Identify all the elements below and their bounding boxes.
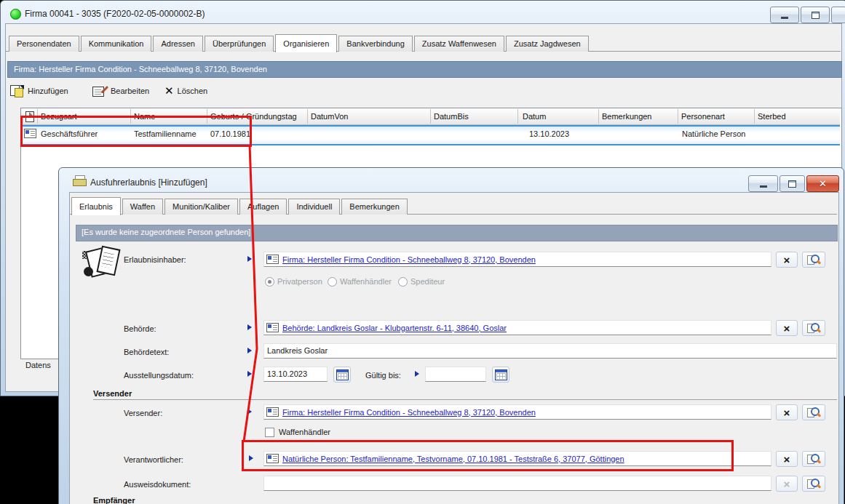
behoerde-clear-button[interactable]: × (776, 320, 798, 336)
hinzufuegen-label: Hinzufügen (28, 87, 68, 95)
dialog-close-button[interactable]: ✕ (806, 175, 839, 192)
verantwortlicher-clear-button[interactable]: × (776, 451, 798, 467)
ausweisdokument-clear-button[interactable]: × (776, 476, 798, 492)
close-x-icon: ✕ (819, 179, 827, 188)
cell-gruendungstag: 07.10.1981 (210, 129, 250, 138)
col-name[interactable]: Name (134, 112, 155, 121)
tab-adressen[interactable]: Adressen (153, 36, 202, 52)
loeschen-button[interactable]: ✕ Löschen (164, 85, 207, 96)
field-arrow-icon (247, 348, 252, 353)
cell-personenart: Natürliche Person (682, 129, 745, 138)
firma-minimize-button[interactable] (770, 7, 799, 23)
tab-erlaubnis[interactable]: Erlaubnis (71, 197, 121, 215)
empfaenger-section-header: Empfänger (93, 496, 135, 504)
tab-auflagen[interactable]: Auflagen (239, 199, 287, 215)
section-divider (93, 399, 837, 400)
field-arrow-icon (415, 371, 419, 377)
tab-zusatz-waffenwesen[interactable]: Zusatz Waffenwesen (414, 36, 504, 52)
firma-tabstrip: Personendaten Kommunikation Adressen Übe… (9, 33, 590, 52)
ausweisdokument-input[interactable] (263, 476, 771, 491)
delete-x-icon: ✕ (164, 85, 174, 96)
screenshot-stage: Firma 00041 - 3035 (F2020-02-05-0000002-… (0, 0, 845, 504)
versender-clear-button[interactable]: × (776, 404, 798, 420)
col-datumbis[interactable]: DatumBis (434, 112, 469, 121)
firma-caption-bar: Firma: Hersteller Firma Condition - Schn… (7, 61, 842, 78)
dialog-tabstrip: Erlaubnis Waffen Munition/Kaliber Auflag… (71, 196, 409, 215)
radio-privatperson[interactable] (265, 277, 274, 287)
tab-bankverbindung[interactable]: Bankverbindung (338, 36, 413, 52)
col-datumvon[interactable]: DatumVon (311, 112, 348, 121)
person-card-icon (24, 129, 36, 138)
erlaubnisinhaber-field[interactable]: Firma: Hersteller Firma Condition - Schn… (263, 252, 771, 267)
erlaubnisinhaber-search-button[interactable] (802, 252, 825, 268)
behoerdetext-input[interactable]: Landkreis Goslar (263, 343, 837, 359)
col-gruendungstag[interactable]: Geburts-/ Gründungstag (210, 112, 297, 121)
tab-kommunikation[interactable]: Kommunikation (81, 36, 152, 52)
calendar-icon (336, 369, 349, 380)
col-datum[interactable]: Datum (523, 112, 546, 121)
person-card-icon (266, 255, 279, 264)
tab-bemerkungen[interactable]: Bemerkungen (341, 199, 408, 215)
person-card-icon (266, 454, 279, 463)
ausstellungsdatum-calendar-button[interactable] (333, 367, 351, 383)
field-arrow-icon (247, 256, 252, 262)
field-arrow-icon (247, 371, 252, 377)
verantwortlicher-link[interactable]: Natürliche Person: Testfamilienname, Tes… (282, 455, 624, 463)
tab-zusatz-jagdwesen[interactable]: Zusatz Jagdwesen (506, 36, 589, 52)
behoerde-link[interactable]: Behörde: Landkreis Goslar - Klubgartenst… (282, 324, 507, 332)
tab-personendaten[interactable]: Personendaten (9, 36, 79, 52)
ausweisdokument-label: Ausweisdokument: (124, 480, 191, 489)
gueltig-bis-calendar-button[interactable] (492, 367, 509, 383)
record-status-green-icon (10, 9, 21, 20)
magnifier-icon (807, 407, 820, 418)
firma-maximize-button[interactable] (801, 7, 830, 23)
firma-close-button[interactable] (831, 7, 845, 23)
erlaubnisinhaber-clear-button[interactable]: × (776, 252, 798, 268)
versender-field[interactable]: Firma: Hersteller Firma Condition - Schn… (263, 404, 771, 420)
gueltig-bis-label: Gültig bis: (365, 371, 401, 380)
cell-bezugsart: Geschäftsführer (41, 129, 98, 138)
ausstellungsdatum-input[interactable]: 13.10.2023 (263, 367, 328, 382)
clear-x-icon: × (784, 255, 790, 265)
tab-ueberpruefungen[interactable]: Überprüfungen (205, 36, 274, 52)
tab-individuell[interactable]: Individuell (288, 199, 340, 215)
behoerde-label: Behörde: (124, 324, 156, 333)
erlaubnisinhaber-link[interactable]: Firma: Hersteller Firma Condition - Schn… (282, 255, 536, 264)
magnifier-icon (807, 479, 820, 489)
minimize-icon (760, 185, 767, 188)
ausstellungsdatum-label: Ausstellungsdatum: (124, 371, 194, 380)
calendar-icon (495, 369, 507, 380)
clear-x-icon: × (784, 454, 790, 465)
tab-waffen[interactable]: Waffen (122, 199, 163, 215)
tab-munition-kaliber[interactable]: Munition/Kaliber (164, 199, 238, 215)
behoerde-search-button[interactable] (802, 320, 825, 336)
info-bar: [Es wurde keine zugeordnete Person gefun… (76, 225, 838, 241)
verantwortlicher-search-button[interactable] (802, 451, 825, 467)
ausweisdokument-search-button[interactable] (802, 476, 825, 492)
add-record-icon (9, 85, 24, 97)
versender-label: Versender: (124, 409, 162, 417)
loeschen-label: Löschen (178, 87, 208, 95)
envelope-icon (73, 175, 87, 186)
radio-waffenhaendler[interactable] (328, 277, 337, 287)
verantwortlicher-field[interactable]: Natürliche Person: Testfamilienname, Tes… (263, 451, 771, 466)
col-personenart[interactable]: Personenart (681, 112, 725, 121)
col-bemerkungen[interactable]: Bemerkungen (602, 112, 652, 121)
waffenhaendler-checkbox[interactable] (265, 428, 274, 437)
dialog-maximize-button[interactable] (779, 175, 805, 192)
col-bezugsart[interactable]: Bezugsart (41, 112, 77, 121)
versender-link[interactable]: Firma: Hersteller Firma Condition - Schn… (282, 408, 536, 417)
gueltig-bis-input[interactable] (425, 367, 486, 382)
maximize-icon (812, 12, 820, 19)
hinzufuegen-button[interactable]: Hinzufügen (9, 85, 68, 97)
radio-spediteur[interactable] (398, 277, 408, 287)
bearbeiten-button[interactable]: Bearbeiten (92, 85, 149, 97)
dialog-minimize-button[interactable] (748, 175, 778, 192)
versender-search-button[interactable] (802, 404, 825, 420)
radio-waffenhaendler-label: Waffenhändler (340, 277, 392, 286)
behoerde-field[interactable]: Behörde: Landkreis Goslar - Klubgartenst… (263, 320, 771, 335)
field-arrow-icon (247, 409, 252, 415)
status-text: Datens (25, 361, 51, 369)
tab-organisieren[interactable]: Organisieren (275, 34, 337, 52)
col-sterbedatum[interactable]: Sterbed (758, 112, 786, 121)
